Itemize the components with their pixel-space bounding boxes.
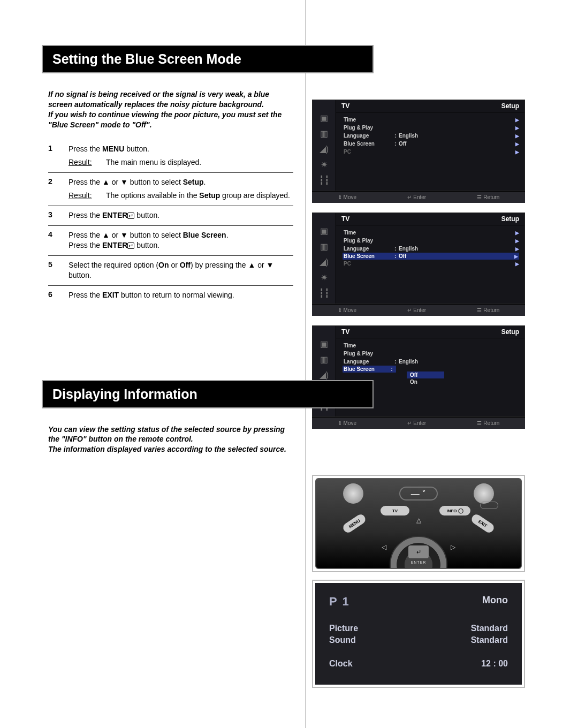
chevron-right-icon: ▶ [515,117,519,123]
remote-menu-button: MENU [341,513,367,535]
osd-option-off: Off [407,371,444,378]
chevron-right-icon: ▶ [515,230,519,236]
osd-hint-enter: Enter [407,420,426,426]
osd-mode: TV [341,328,349,336]
result-body: The options available in the Setup group… [106,191,293,201]
chevron-right-icon: ▶ [515,238,519,244]
step-text: button. [134,241,159,249]
info-picture-label: Picture [329,624,358,633]
step-5: 5 Select the required option (On or Off)… [48,256,293,286]
info-sound-label: Sound [329,635,356,645]
chevron-right-icon: ▶ [514,254,518,259]
chevron-right-icon: ▶ [515,149,519,155]
channel-icon: ◢) [313,144,336,154]
step-bold: EXIT [102,291,119,299]
remote-info-button: INFO [439,506,470,515]
osd-footer: Move Enter Return [312,191,525,203]
remote-wheel-right [474,483,494,504]
osd-item-blue-screen-value: Off [399,253,436,259]
step-6: 6 Press the EXIT button to return to nor… [48,286,293,305]
osd-item-time: Time [344,117,394,123]
step-bold: MENU [102,145,124,153]
osd-hint-move: Move [338,194,356,200]
step-text: . [204,178,206,186]
osd-item-blue-screen: Blue Screen [344,253,394,259]
equalizer-icon: ┇┇ [313,288,336,298]
enter-icon: ↵ [127,242,134,249]
sound-icon: ▥ [313,241,336,252]
osd-item-language: Language [344,133,394,139]
osd-item-blue-screen: Blue Screen [344,366,391,372]
picture-icon: ▣ [313,113,336,123]
osd-item-plug-play: Plug & Play [344,125,394,131]
osd-item-language: Language [344,246,394,252]
step-text: Press the [69,145,102,153]
osd-setup-2: ▣ ▥ ◢) ✷ ┇┇ TV Setup Time▶ Plug & Play▶ … [312,213,525,316]
osd-item-plug-play: Plug & Play [344,351,394,357]
osd-icon-column: ▣ ▥ ◢) ✷ ┇┇ [313,100,336,191]
result-label: Result: [69,191,101,201]
info-audio-mode: Mono [482,595,508,609]
step-text: or [169,261,180,269]
osd-section: Setup [501,215,519,223]
osd-dropdown: Off On [407,371,444,385]
result-label: Result: [69,157,101,168]
osd-footer: Move Enter Return [312,417,525,429]
remote-tv-button: TV [381,506,409,515]
osd-item-pc: PC [344,261,394,267]
equalizer-icon: ┇┇ [313,175,336,185]
step-bold: ENTER [102,241,127,249]
osd-setup-3: ▣ ▥ ◢) ✷ ┇┇ TV Setup Time Plug & Play La… [312,325,525,429]
info-display: P 1 Mono Picture Standard Sound Standard… [312,580,525,688]
osd-mode: TV [341,215,349,223]
step-bold: Off [180,261,191,269]
info-clock-label: Clock [329,659,353,669]
osd-item-language-value: English [399,359,436,365]
osd-item-blue-screen-value: Off [399,141,436,147]
osd-section: Setup [501,102,519,110]
step-text: button. [134,211,159,219]
osd-mode: TV [341,102,349,110]
step-number: 6 [48,290,69,301]
remote-enter-button: ↵ [408,545,429,558]
result-body: The main menu is displayed. [106,157,293,168]
osd-hint-return: Return [477,307,499,313]
dpad-up-icon: △ [416,517,421,524]
section-title-blue-screen: Setting the Blue Screen Mode [42,45,374,73]
step-4: 4 Press the ▲ or ▼ button to select Blue… [48,226,293,256]
steps-list: 1 Press the MENU button. Result: The mai… [48,140,293,305]
info-sound-value: Standard [471,635,508,645]
step-text: button. [124,145,149,153]
step-text: Press the [69,211,102,219]
osd-hint-enter: Enter [407,194,426,200]
picture-icon: ▣ [313,339,336,349]
osd-item-plug-play: Plug & Play [344,238,394,244]
section-title-displaying-info: Displaying Information [42,380,374,408]
step-bold: ENTER [102,211,127,219]
step-bold: Blue Screen [183,231,226,239]
remote-illustration: — ˅ TV INFO MENU EXIT △ ◁ ▷ ↵ ENTER [312,475,525,572]
step-2: 2 Press the ▲ or ▼ button to select Setu… [48,173,293,206]
step-3: 3 Press the ENTER↵ button. [48,206,293,226]
dpad-left-icon: ◁ [382,543,386,551]
chevron-right-icon: ▶ [515,141,519,147]
step-text: Press the [69,241,102,249]
step-number: 5 [48,260,69,281]
step-number: 1 [48,144,69,168]
remote-exit-button: EXIT [470,513,496,535]
step-number: 2 [48,177,69,201]
step-text: Press the ▲ or ▼ button to select [69,231,183,239]
osd-item-time: Time [344,230,394,236]
osd-item-language-value: English [399,133,436,139]
osd-section: Setup [501,328,519,336]
sound-icon: ▥ [313,128,336,139]
step-text: . [226,231,229,239]
channel-icon: ◢) [313,370,336,380]
step-1: 1 Press the MENU button. Result: The mai… [48,140,293,173]
section-title-text: Setting the Blue Screen Mode [52,51,363,67]
osd-footer: Move Enter Return [312,304,525,316]
sound-icon: ▥ [313,354,336,365]
osd-setup-1: ▣ ▥ ◢) ✷ ┇┇ TV Setup Time▶ Plug & Play▶ … [312,100,525,203]
remote-small-button [480,502,498,509]
osd-hint-return: Return [477,420,499,426]
